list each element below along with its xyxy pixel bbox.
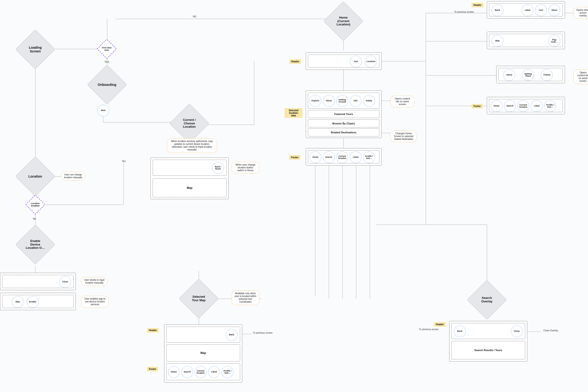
tfooter-liked-button[interactable]: Liked (208, 366, 220, 378)
info-button[interactable]: Info (350, 95, 362, 107)
footer-search-button[interactable]: Search (323, 152, 335, 163)
panel-tour: Back Map Home Search Current location Li… (164, 324, 242, 382)
right-liked-button[interactable]: Liked (522, 4, 534, 16)
decision-location-enabled[interactable]: Location Enabled (28, 198, 42, 212)
note-available-only: Available only when user is located with… (232, 290, 259, 305)
panel-search-overlay: Back Close Search Results / Tours (449, 321, 527, 362)
panel-right-footer: Home Search Current location Liked Profi… (487, 97, 565, 114)
block-search-results[interactable]: Search Results / Tours (451, 341, 525, 359)
right-getting-there-button[interactable]: Getting There (522, 69, 534, 81)
tfooter-profile-button[interactable]: Profile / Sett… (222, 366, 233, 378)
explore-button[interactable]: Explore (310, 95, 321, 107)
tag-header-search: Header (434, 322, 446, 327)
panel-right-header: Back Liked Cart Share (487, 1, 565, 18)
block-related-dest[interactable]: Related Destinations (308, 128, 380, 136)
tfooter-home-button[interactable]: Home (168, 366, 180, 378)
note-loc-auth: When location services authorized, map u… (167, 138, 217, 153)
location-button[interactable]: Location (365, 56, 377, 68)
tfooter-current-location-button[interactable]: Current location (195, 366, 206, 378)
tag-header-home: Header (289, 59, 301, 64)
block-featured-tours[interactable]: Featured Tours (308, 110, 380, 118)
screen-onboarding[interactable]: Onboarding (93, 70, 121, 99)
edge-prev1: To previous screen (253, 332, 274, 334)
footer-current-location-button[interactable]: Current location (336, 152, 348, 163)
note-opens-content2: Opens content tab on same screen (574, 70, 588, 84)
tag-footer-right: Footer (472, 104, 483, 108)
rfooter-profile-button[interactable]: Profile / Sett… (544, 100, 556, 112)
tour-back-button[interactable]: Back (226, 329, 238, 341)
enable-button[interactable]: Enable (27, 296, 38, 308)
panel-choose-location: Back / Home Map (150, 158, 228, 199)
right-play-audio-button[interactable]: Play Audi… (548, 35, 560, 47)
cart-button[interactable]: Cart (350, 56, 362, 68)
note-input-manual: User needs to input location manually (81, 277, 108, 286)
right-tickets-button[interactable]: Tickets (541, 69, 553, 81)
back-home-button[interactable]: Back / Home (212, 162, 224, 174)
search-back-button[interactable]: Back (454, 326, 466, 337)
edge-yes2: Yes (122, 160, 126, 162)
right-cart-button[interactable]: Cart (535, 4, 547, 16)
tag-header-right: Header (472, 3, 483, 7)
safety-button[interactable]: Safety (363, 95, 375, 107)
edge-no: NO (193, 15, 196, 18)
footer-liked-button[interactable]: Liked (350, 152, 362, 163)
rfooter-liked-button[interactable]: Liked (531, 100, 542, 112)
note-enables-app: User enables app to use device location … (81, 296, 109, 308)
rfooter-search-button[interactable]: Search (504, 100, 516, 112)
panel-right-tabs: About Getting There Tickets (496, 66, 565, 83)
screen-home[interactable]: Home (Current Location) (329, 7, 358, 35)
edge-prev3: To previous screen (452, 10, 474, 13)
right-map-button[interactable]: Map (492, 35, 503, 47)
screen-search-overlay[interactable]: Search Overlay (473, 286, 501, 314)
rfooter-current-location-button[interactable]: Current location (518, 100, 529, 112)
block-browse-topic[interactable]: Browse By (Topic) (308, 120, 380, 128)
rfooter-home-button[interactable]: Home (491, 100, 502, 112)
note-opens-share: Opens share screen overlay (574, 7, 588, 19)
next-button[interactable]: Next (97, 105, 109, 116)
tag-footer-tour: Footer (147, 367, 158, 371)
note-changes-home: Changes Home Screen to selected related … (390, 130, 417, 142)
screen-selected-tour-map[interactable]: Selected Tour Map (185, 284, 213, 313)
flowchart-canvas: NO YES No Yes To previous screen (0, 0, 588, 392)
getting-around-button[interactable]: Getting Around (336, 95, 348, 107)
screen-loading[interactable]: Loading Screen (21, 35, 50, 64)
panel-enable-actions: Skip Enable (0, 293, 76, 310)
footer-home-button[interactable]: Home (310, 152, 321, 163)
note-user-change: User can change location manually (61, 172, 85, 180)
note-back-home: When user change location button switch … (232, 162, 259, 174)
skip-button[interactable]: Skip (12, 296, 24, 308)
about-button[interactable]: About (323, 95, 335, 107)
edge-yes: YES (104, 61, 109, 63)
screen-current-choose[interactable]: Current / Choose Location (175, 109, 204, 138)
right-about-button[interactable]: About (503, 69, 515, 81)
edge-close-ov: Close Overlay (543, 329, 560, 332)
panel-home-footer: Home Search Current location Liked Profi… (306, 148, 382, 166)
right-share-button[interactable]: Share (548, 4, 560, 16)
right-back-button[interactable]: Back (492, 4, 503, 16)
edge-prev2: To previous screen (416, 328, 439, 331)
panel-right-map: Map Play Audi… (487, 32, 565, 49)
tfooter-search-button[interactable]: Search (181, 366, 193, 378)
footer-profile-button[interactable]: Profile / Sett… (363, 152, 375, 163)
tag-selected-location-data: Selected location data (284, 108, 302, 118)
note-opens-content: Opens content tab on same screen (390, 96, 414, 108)
tag-header-tour: Header (147, 328, 159, 332)
panel-home-header: Cart Location (306, 52, 382, 70)
decision-first-time-user[interactable]: First time User (100, 42, 114, 56)
screen-enable-device[interactable]: Enable Device Location O… (21, 230, 50, 259)
edge-no2: No (33, 218, 36, 220)
tour-map-block: Map (166, 344, 240, 362)
tag-footer-home: Footer (289, 155, 300, 160)
close-button[interactable]: Close (59, 276, 71, 288)
panel-enable-close: Close (0, 273, 76, 290)
block-map: Map (153, 178, 226, 197)
panel-location-data: Explore About Getting Around Info Safety… (306, 90, 382, 138)
search-close-button[interactable]: Close (511, 326, 522, 337)
screen-location[interactable]: Location (21, 162, 50, 190)
